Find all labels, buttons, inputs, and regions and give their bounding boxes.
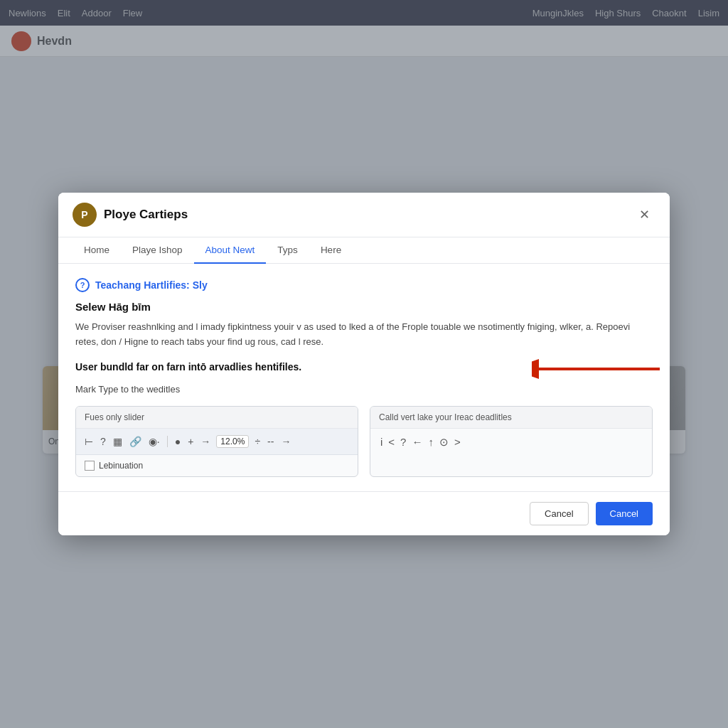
right-panel-toolbar: i < ? ← ↑ ⊙ > — [370, 429, 652, 456]
modal-header: P Ploye Cartieps ✕ — [58, 193, 670, 237]
modal-backdrop: P Ploye Cartieps ✕ Home Playe Ishop Abou… — [0, 0, 728, 728]
zoom-minus[interactable]: ÷ — [253, 434, 262, 449]
modal-dialog: P Ploye Cartieps ✕ Home Playe Ishop Abou… — [58, 193, 670, 535]
modal-bold-heading: Selew Hāg bīm — [75, 301, 653, 313]
confirm-button[interactable]: Cancel — [596, 502, 653, 525]
modal-footer: Cancel Cancel — [58, 491, 670, 535]
modal-tabs: Home Playe Ishop About Newt Typs Here — [58, 237, 670, 264]
section-header: ? Teachang Hartlifies: Sly — [75, 278, 653, 292]
modal-tab-home[interactable]: Home — [73, 237, 121, 264]
cancel-button[interactable]: Cancel — [530, 502, 588, 525]
left-panel-header: Fues only slider — [76, 407, 358, 429]
modal-paragraph: We Proviser reashnlking and l imady fipk… — [75, 320, 653, 350]
right-panel-header: Calld vert lake your Ireac deadlitles — [370, 407, 652, 429]
section-help-icon: ? — [75, 278, 90, 292]
tool-icon-5[interactable]: ◉· — [147, 434, 161, 449]
red-arrow-icon — [532, 355, 660, 383]
modal-body: ? Teachang Hartlifies: Sly Selew Hāg bīm… — [58, 264, 670, 491]
right-tool-4[interactable]: ← — [412, 436, 422, 448]
zoom-dash[interactable]: -- — [266, 434, 275, 449]
panel-checkbox[interactable] — [85, 461, 95, 471]
right-tool-3[interactable]: ? — [400, 436, 406, 448]
right-tool-1[interactable]: i — [380, 436, 382, 448]
tool-icon-4[interactable]: 🔗 — [128, 434, 143, 449]
left-panel-toolbar: ⊢ ? ▦ 🔗 ◉· ● + → 12.0% ÷ -- → — [76, 429, 358, 455]
tool-icon-plus[interactable]: + — [186, 434, 195, 449]
modal-title: Ploye Cartieps — [104, 208, 633, 222]
modal-avatar: P — [73, 203, 97, 227]
tool-icon-arrow[interactable]: → — [199, 434, 212, 449]
modal-highlighted-text: User bundld far on farn intō arvadlies h… — [75, 361, 301, 373]
panel-checkbox-label: Lebinuation — [99, 461, 143, 471]
modal-close-button[interactable]: ✕ — [633, 205, 655, 224]
section-title-link[interactable]: Teachang Hartlifies: Sly — [95, 279, 208, 291]
tool-icon-2[interactable]: ? — [99, 434, 107, 449]
modal-subtext: Mark Type to the weditles — [75, 384, 653, 395]
zoom-level[interactable]: 12.0% — [216, 435, 249, 448]
right-tool-2[interactable]: < — [388, 436, 395, 448]
right-tool-5[interactable]: ↑ — [428, 436, 434, 448]
right-tool-7[interactable]: > — [454, 436, 461, 448]
zoom-plus[interactable]: → — [279, 434, 292, 449]
tool-icon-1[interactable]: ⊢ — [83, 434, 95, 449]
modal-tab-typs[interactable]: Typs — [266, 237, 309, 264]
modal-tab-playeishop[interactable]: Playe Ishop — [121, 237, 194, 264]
panel-checkbox-row: Lebinuation — [76, 455, 358, 476]
modal-tab-here[interactable]: Here — [309, 237, 353, 264]
modal-panels: Fues only slider ⊢ ? ▦ 🔗 ◉· ● + → 12.0% … — [75, 406, 653, 477]
right-panel: Calld vert lake your Ireac deadlitles i … — [370, 406, 653, 477]
tool-icon-3[interactable]: ▦ — [112, 434, 124, 449]
left-panel: Fues only slider ⊢ ? ▦ 🔗 ◉· ● + → 12.0% … — [75, 406, 358, 477]
right-tool-6[interactable]: ⊙ — [439, 436, 449, 449]
modal-tab-aboutnewt[interactable]: About Newt — [194, 237, 267, 264]
tool-icon-6[interactable]: ● — [173, 434, 182, 449]
toolbar-divider — [167, 436, 168, 447]
